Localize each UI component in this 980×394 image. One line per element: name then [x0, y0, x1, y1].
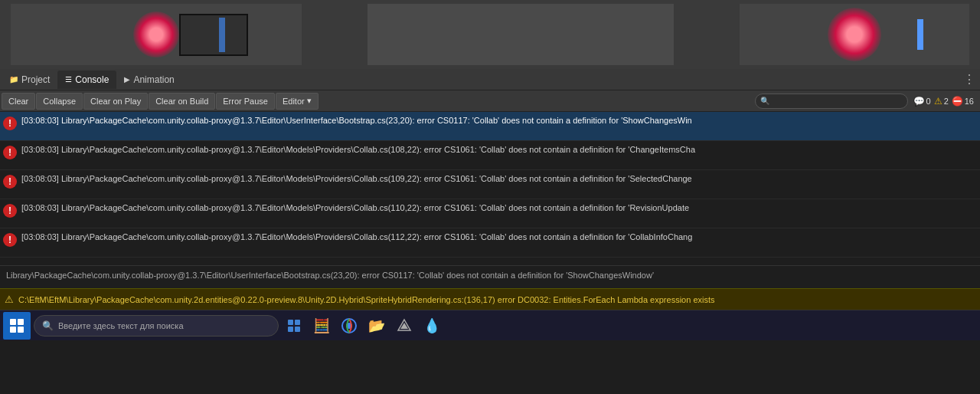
messages-badge[interactable]: 💬 0 [913, 96, 931, 107]
editor-label: Editor [283, 97, 305, 106]
taskbar-icon-multidesktop[interactable] [282, 314, 306, 338]
messages-count: 0 [926, 97, 931, 106]
log-entry-1[interactable]: [03:08:03] Library\PackageCache\com.unit… [0, 112, 980, 141]
multidesktop-icon [287, 319, 301, 333]
collapse-label: Collapse [43, 97, 76, 106]
preview-center [368, 4, 674, 65]
clear-button[interactable]: Clear [2, 93, 35, 110]
preview-left [11, 4, 302, 65]
warning-bar-text: C:\EftM\EftM\Library\PackageCache\com.un… [18, 295, 715, 304]
windows-icon [10, 319, 24, 333]
tab-bar: 📁 Project ☰ Console ▶ Animation ⋮ [0, 69, 980, 90]
taskbar-search[interactable]: 🔍 Введите здесь текст для поиска [34, 315, 279, 337]
warning-icon: ⚠ [934, 96, 942, 107]
detail-text: Library\PackageCache\com.unity.collab-pr… [6, 271, 654, 280]
warnings-count: 2 [944, 97, 949, 106]
log-text-1: [03:08:03] Library\PackageCache\com.unit… [21, 115, 977, 126]
project-icon: 📁 [9, 75, 18, 84]
warnings-badge[interactable]: ⚠ 2 [934, 96, 949, 107]
editor-dropdown-button[interactable]: Editor ▾ [276, 93, 318, 110]
error-badge-icon: ⛔ [952, 96, 963, 107]
log-entry-2[interactable]: [03:08:03] Library\PackageCache\com.unit… [0, 141, 980, 170]
clear-on-build-button[interactable]: Clear on Build [149, 93, 215, 110]
chrome-icon [341, 318, 357, 333]
svg-rect-3 [295, 327, 300, 332]
log-text-3: [03:08:03] Library\PackageCache\com.unit… [21, 173, 977, 185]
error-icon-4 [3, 204, 17, 218]
collapse-button[interactable]: Collapse [36, 93, 83, 110]
svg-rect-1 [295, 320, 300, 325]
unity-icon [397, 318, 412, 333]
taskbar: 🔍 Введите здесь текст для поиска 🧮 📂 💧 [0, 310, 980, 340]
search-icon: 🔍 [760, 97, 769, 105]
taskbar-search-icon: 🔍 [42, 320, 54, 331]
clear-on-play-button[interactable]: Clear on Play [83, 93, 148, 110]
log-text-5: [03:08:03] Library\PackageCache\com.unit… [21, 231, 977, 243]
start-button[interactable] [3, 312, 31, 340]
error-icon-2 [3, 146, 17, 159]
log-text-2: [03:08:03] Library\PackageCache\com.unit… [21, 144, 977, 156]
tab-console[interactable]: ☰ Console [57, 71, 116, 89]
console-icon: ☰ [65, 75, 72, 84]
clear-on-build-label: Clear on Build [155, 97, 208, 106]
toolbar: Clear Collapse Clear on Play Clear on Bu… [0, 90, 980, 112]
preview-right [740, 4, 969, 65]
svg-rect-0 [288, 320, 293, 325]
tab-animation[interactable]: ▶ Animation [116, 71, 181, 89]
taskbar-icon-unity[interactable] [392, 314, 416, 338]
animation-icon: ▶ [124, 75, 130, 84]
badge-area: 💬 0 ⚠ 2 ⛔ 16 [909, 96, 979, 107]
taskbar-search-text: Введите здесь текст для поиска [58, 321, 184, 330]
taskbar-icon-calculator[interactable]: 🧮 [309, 314, 334, 338]
taskbar-icon-files[interactable]: 📂 [364, 314, 389, 338]
tab-console-label: Console [75, 74, 109, 85]
search-box[interactable]: 🔍 [755, 94, 908, 109]
log-entry-4[interactable]: [03:08:03] Library\PackageCache\com.unit… [0, 199, 980, 228]
clear-on-play-label: Clear on Play [90, 97, 141, 106]
console-content: [03:08:03] Library\PackageCache\com.unit… [0, 112, 980, 265]
taskbar-icon-chrome[interactable] [337, 314, 361, 338]
log-entry-3[interactable]: [03:08:03] Library\PackageCache\com.unit… [0, 170, 980, 199]
tab-project-label: Project [21, 74, 50, 85]
warning-bar: ⚠ C:\EftM\EftM\Library\PackageCache\com.… [0, 288, 980, 310]
errors-count: 16 [965, 97, 974, 106]
log-entry-5[interactable]: [03:08:03] Library\PackageCache\com.unit… [0, 228, 980, 258]
message-icon: 💬 [913, 96, 925, 107]
preview-area [0, 0, 980, 69]
tab-more-button[interactable]: ⋮ [963, 72, 980, 87]
editor-arrow-icon: ▾ [307, 96, 312, 106]
taskbar-icon-flame[interactable]: 💧 [420, 314, 444, 338]
search-input[interactable] [773, 97, 903, 106]
tab-project[interactable]: 📁 Project [2, 71, 57, 89]
log-text-4: [03:08:03] Library\PackageCache\com.unit… [21, 202, 977, 214]
clear-label: Clear [8, 97, 28, 106]
errors-badge[interactable]: ⛔ 16 [952, 96, 974, 107]
error-icon-3 [3, 175, 17, 189]
tab-animation-label: Animation [133, 74, 174, 85]
error-pause-label: Error Pause [223, 97, 268, 106]
error-icon-1 [3, 117, 17, 130]
detail-panel: Library\PackageCache\com.unity.collab-pr… [0, 265, 980, 288]
error-pause-button[interactable]: Error Pause [216, 93, 275, 110]
svg-rect-2 [288, 327, 293, 332]
error-icon-5 [3, 233, 17, 247]
warning-triangle-icon: ⚠ [5, 294, 14, 305]
